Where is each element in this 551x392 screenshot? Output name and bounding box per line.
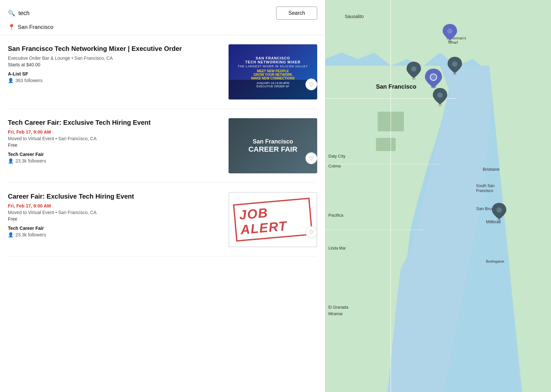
favorite-button-2[interactable]: ♡: [305, 152, 317, 164]
svg-text:Daly City: Daly City: [328, 154, 346, 159]
search-query[interactable]: tech: [18, 10, 30, 17]
organizer-followers: 👤 363 followers: [8, 78, 221, 83]
event-content: San Francisco Tech Networking Mixer | Ex…: [8, 44, 229, 83]
svg-point-34: [496, 207, 502, 213]
event-venue: Moved to Virtual Event • San Francisco, …: [8, 136, 221, 141]
organizer-followers: 👤 23.3k followers: [8, 158, 221, 163]
event-title[interactable]: Tech Career Fair: Exclusive Tech Hiring …: [8, 118, 221, 127]
events-list: San Francisco Tech Networking Mixer | Ex…: [0, 35, 325, 257]
location-row: 📍 San Francisco: [8, 24, 317, 31]
favorite-button-3[interactable]: ♡: [305, 226, 317, 238]
svg-point-26: [411, 66, 416, 72]
followers-count: 363 followers: [15, 78, 43, 83]
event-item: Tech Career Fair: Exclusive Tech Hiring …: [8, 109, 317, 183]
svg-text:Pacifica: Pacifica: [328, 213, 343, 218]
person-icon: 👤: [8, 232, 13, 237]
location-icon: 📍: [8, 24, 15, 31]
person-icon: 👤: [8, 78, 13, 83]
event-image-career[interactable]: San Francisco CAREER FAIR: [229, 118, 317, 173]
event-venue: Executive Order Bar & Lounge • San Franc…: [8, 55, 221, 61]
event-price: Free: [8, 216, 221, 222]
svg-point-32: [437, 93, 443, 98]
event-content: Career Fair: Exclusive Tech Hiring Event…: [8, 192, 229, 237]
event-date: Fri, Feb 17, 9:00 AM: [8, 129, 221, 135]
svg-text:Colma: Colma: [328, 163, 341, 168]
right-panel: Sausalito Fisherman's Wharf San Francisc…: [325, 0, 551, 392]
svg-text:Linda Mar: Linda Mar: [328, 246, 346, 250]
svg-text:Brisbane: Brisbane: [483, 167, 499, 172]
svg-text:Sausalito: Sausalito: [345, 14, 364, 19]
map-svg: Sausalito Fisherman's Wharf San Francisc…: [325, 0, 551, 392]
event-content: Tech Career Fair: Exclusive Tech Hiring …: [8, 118, 229, 163]
organizer-name[interactable]: Tech Career Fair: [8, 226, 221, 231]
event-title[interactable]: San Francisco Tech Networking Mixer | Ex…: [8, 44, 221, 53]
event-venue: Moved to Virtual Event • San Francisco, …: [8, 210, 221, 215]
svg-point-28: [430, 74, 437, 80]
event-item: San Francisco Tech Networking Mixer | Ex…: [8, 35, 317, 109]
svg-point-30: [452, 61, 457, 67]
event-image-jobalert[interactable]: JOB ALERT: [229, 192, 317, 247]
svg-text:El Granada: El Granada: [328, 305, 348, 310]
event-image-wrap: San Francisco CAREER FAIR ♡: [229, 118, 317, 173]
organizer-followers: 👤 23.3k followers: [8, 232, 221, 237]
networking-img-title: SAN FRANCISCOTECH NETWORKING MIXERTHE LA…: [238, 56, 308, 68]
favorite-button-1[interactable]: ♡: [305, 78, 317, 90]
event-date: Fri, Feb 17, 9:00 AM: [8, 203, 221, 208]
svg-text:South San: South San: [476, 184, 495, 188]
followers-count: 23.3k followers: [15, 232, 46, 237]
svg-text:Miramar: Miramar: [328, 312, 343, 316]
organizer-name[interactable]: Tech Career Fair: [8, 152, 221, 157]
networking-img-cta: MEET NEW PEOPLEGROW YOUR NETWORKMAKE NEW…: [251, 69, 295, 80]
svg-text:Francisco: Francisco: [476, 188, 493, 193]
search-area: 🔍 tech Search 📍 San Francisco: [0, 0, 325, 35]
search-row: 🔍 tech Search: [8, 7, 317, 20]
career-img-city: San Francisco: [253, 138, 293, 145]
career-img-title: CAREER FAIR: [248, 145, 297, 154]
job-alert-label: JOB ALERT: [233, 198, 313, 242]
event-title[interactable]: Career Fair: Exclusive Tech Hiring Event: [8, 192, 221, 201]
person-icon: 👤: [8, 158, 13, 163]
svg-text:San Francisco: San Francisco: [376, 83, 416, 90]
event-image-networking[interactable]: SAN FRANCISCOTECH NETWORKING MIXERTHE LA…: [229, 44, 317, 99]
event-price: Starts at $40.00: [8, 62, 221, 67]
search-button[interactable]: Search: [276, 7, 317, 20]
networking-img-date: JANUARY 24 | 6:00-8PMEXECUTIVE ORDER SF: [256, 81, 290, 88]
organizer-name[interactable]: A-List SF: [8, 71, 221, 76]
event-price: Free: [8, 142, 221, 148]
search-icon: 🔍: [8, 10, 15, 17]
followers-count: 23.3k followers: [15, 158, 46, 163]
event-image-wrap: JOB ALERT ♡: [229, 192, 317, 247]
search-input-group: 🔍 tech: [8, 10, 30, 17]
left-panel: 🔍 tech Search 📍 San Francisco San Franci…: [0, 0, 325, 392]
svg-rect-2: [376, 138, 396, 151]
map-container[interactable]: Sausalito Fisherman's Wharf San Francisc…: [325, 0, 551, 392]
svg-text:Burlingame: Burlingame: [486, 259, 504, 263]
svg-point-24: [447, 29, 452, 34]
event-item: Career Fair: Exclusive Tech Hiring Event…: [8, 183, 317, 257]
event-image-wrap: SAN FRANCISCOTECH NETWORKING MIXERTHE LA…: [229, 44, 317, 99]
location-text[interactable]: San Francisco: [18, 24, 54, 31]
